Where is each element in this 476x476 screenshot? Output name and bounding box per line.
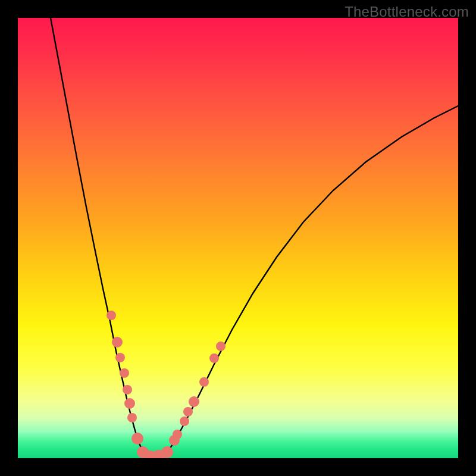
data-dot: [216, 342, 226, 351]
data-dot: [189, 396, 199, 407]
data-dot: [127, 413, 137, 422]
chart-frame: TheBottleneck.com: [0, 0, 476, 476]
bottleneck-curve-svg: [18, 18, 458, 458]
data-dot: [115, 353, 125, 362]
data-dot: [123, 385, 132, 394]
data-dot: [112, 337, 123, 347]
data-dot: [124, 398, 135, 409]
data-dot: [199, 377, 209, 387]
data-dots-group: [107, 311, 226, 458]
data-dot: [209, 353, 219, 363]
data-dot: [107, 311, 116, 320]
data-dot: [173, 430, 182, 439]
data-dot: [183, 407, 193, 416]
data-dot: [120, 368, 129, 378]
data-dot: [161, 446, 173, 458]
data-dot: [180, 416, 189, 426]
bottleneck-curve-path: [51, 18, 458, 457]
gradient-plot-area: [18, 18, 458, 458]
data-dot: [131, 433, 143, 444]
